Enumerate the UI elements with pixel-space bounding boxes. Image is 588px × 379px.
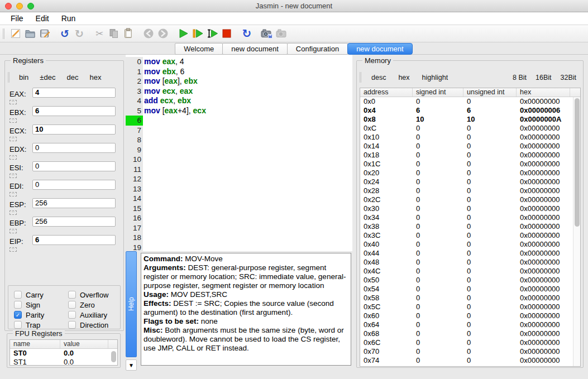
memory-row-0x38[interactable]: 0x38000x00000000 (360, 222, 573, 231)
register-value-field-ebx[interactable]: 6 (32, 106, 116, 116)
memory-width-16bit-button[interactable]: 16Bit (531, 74, 556, 81)
memory-row-0x24[interactable]: 0x24000x00000000 (360, 177, 573, 186)
register-value-field-ecx[interactable]: 10 (32, 124, 116, 135)
line-number-gutter[interactable]: 1 (126, 67, 143, 77)
memory-row-0x40[interactable]: 0x40000x00000000 (360, 240, 573, 249)
tab-configuration-2[interactable]: Configuration (287, 43, 348, 55)
editor-line[interactable]: 16 (126, 213, 352, 223)
code-text[interactable]: mov ebx, 6 (143, 67, 184, 77)
code-text[interactable] (143, 116, 144, 126)
fpu-column-value[interactable]: value (60, 340, 108, 348)
code-text[interactable] (143, 126, 144, 136)
close-window-button[interactable] (5, 3, 12, 9)
code-editor[interactable]: 0 mov eax, 4 1 mov ebx, 6 2 mov [eax], e… (126, 55, 352, 251)
code-text[interactable] (143, 174, 144, 184)
code-text[interactable] (143, 233, 144, 243)
code-text[interactable] (143, 243, 144, 252)
new-file-icon[interactable] (8, 27, 23, 41)
code-text[interactable]: mov eax, 4 (143, 57, 184, 67)
code-text[interactable] (143, 184, 144, 194)
memory-row-0x60[interactable]: 0x60000x00000000 (360, 311, 573, 320)
memory-hex-button[interactable]: hex (392, 74, 415, 81)
minimize-window-button[interactable] (16, 3, 23, 9)
editor-line[interactable]: 11 (126, 165, 352, 175)
flag-auxiliary-checkbox[interactable] (68, 311, 76, 319)
line-number-gutter[interactable]: 4 (126, 96, 143, 106)
memory-width-32bit-button[interactable]: 32Bit (556, 74, 581, 81)
reset-icon[interactable]: ↻ (240, 27, 254, 41)
editor-line[interactable]: 17 (126, 223, 352, 233)
code-text[interactable] (143, 194, 144, 204)
code-text[interactable]: mov ecx, eax (143, 87, 193, 97)
line-number-gutter[interactable]: 12 (126, 174, 143, 184)
line-number-gutter[interactable]: 17 (126, 223, 143, 233)
register-expander-icon[interactable]: ·· (9, 118, 17, 123)
flag-carry-checkbox[interactable] (14, 291, 22, 299)
fpu-row-st0[interactable]: ST00.0 (10, 349, 117, 358)
line-number-gutter[interactable]: 2 (126, 76, 143, 87)
code-text[interactable] (143, 213, 144, 223)
line-number-gutter[interactable]: 18 (126, 233, 143, 243)
open-file-icon[interactable] (23, 27, 37, 41)
memory-row-0x1c[interactable]: 0x1C000x00000000 (360, 160, 573, 169)
editor-line[interactable]: 13 (126, 184, 352, 194)
editor-line[interactable]: 4 add ecx, ebx (126, 96, 352, 106)
line-number-gutter[interactable]: 13 (126, 184, 143, 194)
flag-trap-checkbox[interactable] (14, 321, 22, 329)
paste-icon[interactable] (121, 27, 136, 41)
memory-row-0x64[interactable]: 0x64000x00000000 (360, 320, 573, 329)
memory-row-0x4[interactable]: 0x4660x00000006 (360, 106, 573, 115)
editor-line[interactable]: 2 mov [eax], ebx (126, 76, 352, 87)
registers-format-dec-button[interactable]: dec (61, 73, 84, 81)
line-number-gutter[interactable]: 10 (126, 155, 143, 165)
memory-column-unsigned-int[interactable]: unsigned int (463, 88, 517, 97)
run-to-breakpoint-icon[interactable] (190, 27, 205, 41)
memory-row-0x54[interactable]: 0x54000x00000000 (360, 285, 573, 294)
memory-row-0x44[interactable]: 0x44000x00000000 (360, 249, 573, 258)
register-expander-icon[interactable]: ·· (9, 229, 17, 233)
registers-format-hex-button[interactable]: hex (84, 73, 107, 81)
flag-sign-checkbox[interactable] (14, 301, 22, 309)
code-text[interactable] (143, 165, 144, 175)
memory-row-0x10[interactable]: 0x10000x00000000 (360, 133, 573, 142)
line-number-gutter[interactable]: 19 (126, 243, 143, 252)
memory-scrollbar[interactable] (573, 97, 580, 366)
line-number-gutter[interactable]: 0 (126, 57, 143, 67)
line-number-gutter[interactable]: 5 (126, 106, 143, 116)
flag-direction-checkbox[interactable] (68, 321, 76, 329)
memory-row-0x8[interactable]: 0x810100x0000000A (360, 115, 573, 124)
code-text[interactable] (143, 155, 144, 165)
memory-column-hex[interactable]: hex (517, 88, 570, 97)
register-expander-icon[interactable]: ·· (9, 174, 17, 178)
register-value-field-eip[interactable]: 6 (32, 235, 116, 245)
line-number-gutter[interactable]: 6 (126, 116, 143, 126)
memory-row-0x50[interactable]: 0x50000x00000000 (360, 276, 573, 285)
save-snapshot-icon[interactable] (260, 27, 274, 41)
memory-width-8-bit-button[interactable]: 8 Bit (508, 74, 531, 81)
memory-column-address[interactable]: address (360, 88, 413, 97)
memory-row-0x30[interactable]: 0x30000x00000000 (360, 204, 573, 213)
registers-format-bin-button[interactable]: bin (13, 73, 34, 81)
register-expander-icon[interactable]: ·· (9, 137, 17, 141)
memory-row-0x78[interactable]: 0x78000x00000000 (360, 365, 573, 366)
stop-icon[interactable] (219, 27, 234, 41)
toolbar-drag-handle[interactable] (360, 72, 361, 83)
memory-scrollbar-thumb[interactable] (575, 98, 580, 227)
memory-row-0xc[interactable]: 0xC000x00000000 (360, 124, 573, 133)
memory-row-0x48[interactable]: 0x48000x00000000 (360, 258, 573, 267)
code-text[interactable] (143, 135, 144, 145)
memory-row-0x58[interactable]: 0x58000x00000000 (360, 294, 573, 303)
line-number-gutter[interactable]: 7 (126, 126, 143, 136)
help-side-tab[interactable]: Help (126, 251, 137, 357)
toolbar-drag-handle[interactable] (3, 28, 4, 39)
code-text[interactable]: mov [eax], ebx (143, 76, 198, 87)
memory-row-0x5c[interactable]: 0x5C000x00000000 (360, 303, 573, 311)
toolbar-drag-handle[interactable] (8, 72, 9, 83)
fpu-row-st1[interactable]: ST10.0 (10, 358, 117, 366)
register-value-field-edx[interactable]: 0 (32, 143, 116, 153)
line-number-gutter[interactable]: 8 (126, 135, 143, 145)
memory-row-0x3c[interactable]: 0x3C000x00000000 (360, 231, 573, 240)
editor-line[interactable]: 8 (126, 135, 352, 145)
editor-line[interactable]: 15 (126, 204, 352, 214)
memory-row-0x4c[interactable]: 0x4C000x00000000 (360, 267, 573, 276)
